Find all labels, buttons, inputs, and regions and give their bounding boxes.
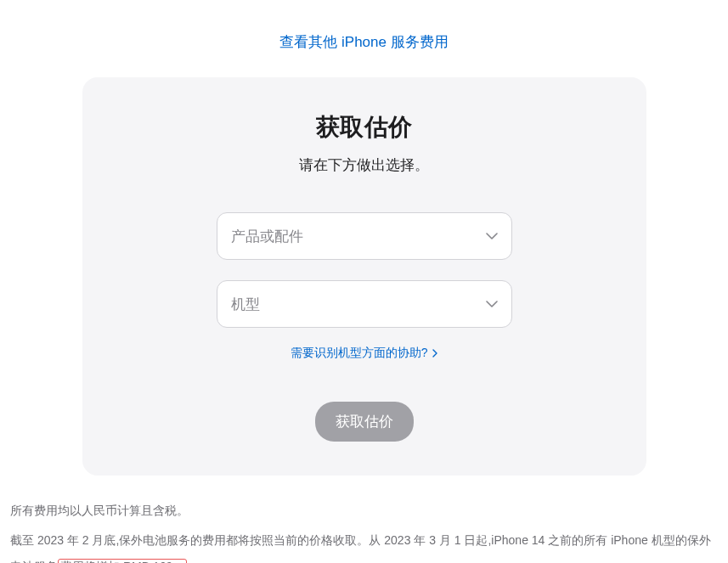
chevron-right-icon xyxy=(432,346,437,360)
estimate-card: 获取估价 请在下方做出选择。 产品或配件 机型 需要识别机型方面的协助? 获取估… xyxy=(82,77,646,476)
help-link-container: 需要识别机型方面的协助? xyxy=(116,345,612,361)
identify-model-help-link[interactable]: 需要识别机型方面的协助? xyxy=(291,346,438,359)
other-iphone-fees-link[interactable]: 查看其他 iPhone 服务费用 xyxy=(279,34,448,50)
get-estimate-button[interactable]: 获取估价 xyxy=(315,402,414,442)
top-link-container: 查看其他 iPhone 服务费用 xyxy=(0,0,728,77)
card-subtitle: 请在下方做出选择。 xyxy=(116,155,612,175)
help-link-text: 需要识别机型方面的协助? xyxy=(291,346,428,359)
product-select-placeholder: 产品或配件 xyxy=(231,227,303,246)
footer-line-2: 截至 2023 年 2 月底,保外电池服务的费用都将按照当前的价格收取。从 20… xyxy=(10,527,718,563)
card-title: 获取估价 xyxy=(116,111,612,144)
model-select[interactable]: 机型 xyxy=(217,280,512,328)
model-select-placeholder: 机型 xyxy=(231,295,260,314)
footer-line-1: 所有费用均以人民币计算且含税。 xyxy=(10,498,718,524)
product-select[interactable]: 产品或配件 xyxy=(217,212,512,260)
price-increase-highlight: 费用将增加 RMB 169。 xyxy=(58,559,187,563)
model-select-wrap: 机型 xyxy=(217,280,512,328)
product-select-wrap: 产品或配件 xyxy=(217,212,512,260)
footer-notes: 所有费用均以人民币计算且含税。 截至 2023 年 2 月底,保外电池服务的费用… xyxy=(0,476,728,563)
chevron-down-icon xyxy=(486,233,498,239)
chevron-down-icon xyxy=(486,301,498,307)
